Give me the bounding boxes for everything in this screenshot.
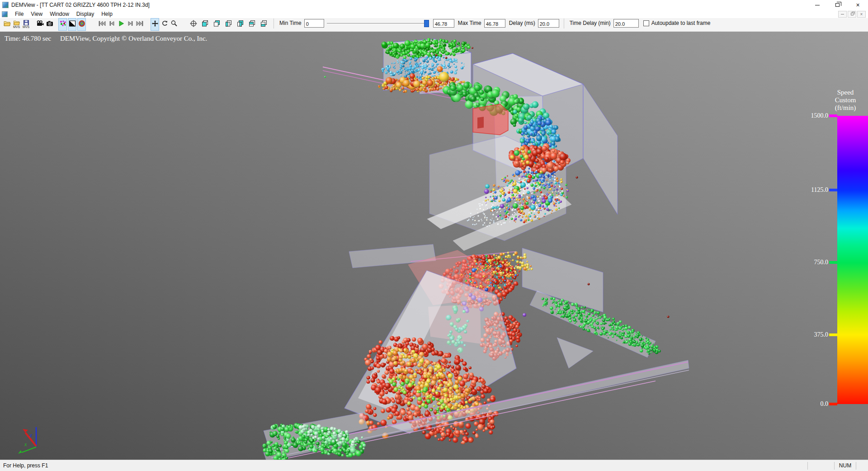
view-top-button[interactable] [247, 18, 256, 31]
num-lock-indicator: NUM [835, 462, 856, 469]
rainbow-donut-icon [78, 20, 85, 27]
toolbar: MVS MVS [0, 18, 868, 32]
view-left-button[interactable] [224, 18, 233, 31]
camera-icon [46, 20, 53, 27]
contrast-square-icon [69, 20, 76, 27]
mdi-restore-button[interactable] [848, 11, 856, 18]
current-time-input[interactable] [433, 19, 454, 28]
step-forward-icon [127, 20, 134, 27]
menu-view[interactable]: View [27, 10, 46, 18]
time-delay-label: Time Delay (min) [570, 20, 611, 26]
open-folder-icon [4, 20, 11, 27]
time-delay-input[interactable] [613, 19, 639, 28]
app-icon [2, 2, 9, 8]
pan-arrows-icon [151, 20, 159, 27]
mdi-minimize-button[interactable] [838, 11, 847, 18]
max-time-input[interactable] [484, 19, 505, 28]
menu-window[interactable]: Window [46, 10, 73, 18]
menu-file[interactable]: File [11, 10, 27, 18]
min-time-input[interactable] [304, 19, 324, 28]
mdi-restore-icon [851, 13, 854, 15]
simulation-time-readout: Time: 46.780 sec [5, 35, 51, 43]
mdi-minimize-icon [841, 14, 844, 14]
cube-right-icon [236, 20, 244, 27]
mdi-close-icon: × [860, 12, 863, 17]
circle-cross-icon [190, 20, 197, 27]
legend-tick: 0.0 [805, 404, 837, 411]
minimize-icon [815, 5, 820, 5]
cube-top-icon [248, 20, 256, 27]
legend-title: Speed Custom (ft/min) [823, 89, 868, 112]
speed-legend: Speed Custom (ft/min) 1500.01125.0750.03… [805, 89, 868, 414]
snapshot-button[interactable] [45, 18, 54, 31]
mdi-close-button[interactable]: × [857, 11, 866, 18]
autoupdate-label: Autoupdate to last frame [651, 20, 711, 26]
time-slider[interactable] [327, 19, 429, 28]
svg-text:z: z [29, 432, 32, 438]
movie-camera-icon [36, 20, 44, 27]
go-first-frame-button[interactable] [98, 18, 106, 31]
show-particles-toggle[interactable] [58, 18, 67, 31]
window-title: DEMView - [TT CART 02 GRIZZLY 4600 TPH 2… [11, 2, 150, 8]
close-button[interactable]: × [848, 0, 868, 10]
step-back-button[interactable] [107, 18, 116, 31]
shading-toggle[interactable] [68, 18, 76, 31]
legend-tick: 1500.0 [805, 116, 837, 123]
viewport: zx Time: 46.780 sec DEMView, Copyright ©… [0, 32, 868, 460]
3d-scene[interactable]: zx [0, 32, 868, 460]
view-right-button[interactable] [236, 18, 245, 31]
menu-help[interactable]: Help [98, 10, 116, 18]
view-bottom-button[interactable] [259, 18, 268, 31]
copyright-text: DEMView, Copyright © Overland Conveyor C… [60, 35, 207, 43]
legend-tick: 1125.0 [805, 190, 837, 197]
delay-input[interactable] [538, 19, 559, 28]
close-icon: × [856, 2, 859, 8]
restore-button[interactable] [827, 0, 848, 10]
menu-display[interactable]: Display [73, 10, 98, 18]
cube-front-icon [201, 20, 209, 27]
status-cell-empty [808, 460, 834, 471]
delay-label: Delay (ms) [509, 20, 535, 26]
status-bar: For Help, press F1 NUM [0, 460, 868, 471]
cube-left-icon [225, 20, 232, 27]
legend-tick: 375.0 [805, 335, 837, 342]
save-floppy-icon [23, 20, 29, 25]
skip-to-end-icon [136, 20, 144, 27]
magnifier-icon [170, 20, 178, 27]
view-back-button[interactable] [212, 18, 221, 31]
max-time-label: Max Time [458, 20, 481, 26]
svg-text:x: x [24, 441, 27, 447]
legend-colorbar [837, 116, 868, 404]
autoupdate-checkbox[interactable] [643, 20, 649, 26]
rotate-icon [161, 20, 168, 27]
open-folder-mvs-icon [13, 20, 20, 25]
zoom-tool-button[interactable] [170, 18, 178, 31]
save-mvs-button[interactable]: MVS [22, 18, 30, 31]
open-file-button[interactable] [3, 18, 11, 31]
time-slider-track[interactable] [327, 23, 429, 24]
menu-bar: File View Window Display Help × [0, 10, 868, 18]
go-last-frame-button[interactable] [136, 18, 144, 31]
document-icon [2, 11, 8, 17]
pan-tool-button[interactable] [151, 18, 159, 31]
toolbar-separator [274, 19, 274, 29]
play-icon [118, 20, 125, 27]
legend-tick: 750.0 [805, 262, 837, 270]
fit-view-button[interactable] [189, 18, 198, 31]
rotate-tool-button[interactable] [160, 18, 169, 31]
step-forward-button[interactable] [126, 18, 135, 31]
record-movie-button[interactable] [36, 18, 44, 31]
particles-icon [59, 20, 66, 27]
cube-bottom-icon [260, 20, 268, 27]
minimize-button[interactable] [807, 0, 827, 10]
cube-back-icon [213, 20, 221, 27]
save-mvs-label: MVS [23, 25, 29, 29]
color-rings-toggle[interactable] [77, 18, 86, 31]
open-mvs-button[interactable]: MVS [12, 18, 21, 31]
skip-to-start-icon [98, 20, 106, 27]
restore-icon [835, 3, 840, 7]
view-front-button[interactable] [200, 18, 209, 31]
play-button[interactable] [117, 18, 125, 31]
open-mvs-label: MVS [13, 25, 20, 29]
time-slider-thumb[interactable] [424, 20, 429, 27]
